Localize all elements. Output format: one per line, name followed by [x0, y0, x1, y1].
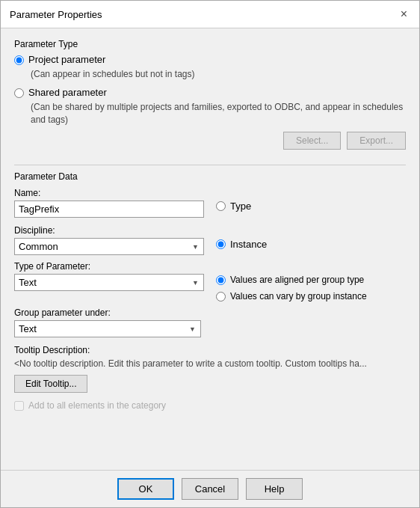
- dialog-footer: OK Cancel Help: [1, 470, 419, 507]
- shared-parameter-radio[interactable]: [14, 88, 24, 98]
- project-parameter-radio-label[interactable]: Project parameter: [28, 54, 105, 65]
- title-bar: Parameter Properties ×: [1, 1, 419, 28]
- add-to-elements-row: Add to all elements in the category: [14, 400, 406, 411]
- group-parameter-select-wrapper: Text Construction Data Dimensions Electr…: [14, 320, 201, 337]
- type-radio-label[interactable]: Type: [230, 201, 251, 212]
- tooltip-label: Tooltip Description:: [14, 345, 406, 355]
- parameter-type-section: Parameter Type Project parameter (Can ap…: [14, 39, 406, 159]
- values-vary-label[interactable]: Values can vary by group instance: [230, 291, 367, 302]
- parameter-properties-dialog: Parameter Properties × Parameter Type Pr…: [0, 0, 420, 508]
- type-values-row: Type of Parameter: Text Integer Number L…: [14, 261, 406, 302]
- tooltip-section: Tooltip Description: <No tooltip descrip…: [14, 345, 406, 393]
- discipline-select-wrapper: Common Structure HVAC Electrical Piping …: [14, 238, 204, 255]
- instance-radio-label[interactable]: Instance: [230, 239, 267, 250]
- type-of-parameter-group: Type of Parameter: Text Integer Number L…: [14, 261, 204, 291]
- discipline-select[interactable]: Common Structure HVAC Electrical Piping …: [14, 238, 204, 255]
- group-parameter-select[interactable]: Text Construction Data Dimensions Electr…: [14, 320, 201, 337]
- shared-parameter-row: Shared parameter: [14, 87, 406, 98]
- values-vary-radio[interactable]: [216, 292, 226, 302]
- shared-parameter-radio-label[interactable]: Shared parameter: [28, 87, 107, 98]
- tooltip-text: <No tooltip description. Edit this param…: [14, 358, 406, 369]
- select-export-row: Select... Export...: [14, 132, 406, 150]
- parameter-type-label: Parameter Type: [14, 39, 406, 49]
- parameter-data-label: Parameter Data: [14, 171, 406, 182]
- shared-parameter-sublabel: (Can be shared by multiple projects and …: [31, 101, 406, 126]
- values-aligned-label[interactable]: Values are aligned per group type: [230, 275, 364, 285]
- name-input[interactable]: [14, 201, 204, 218]
- close-button[interactable]: ×: [398, 7, 410, 22]
- group-parameter-label: Group parameter under:: [14, 307, 201, 318]
- instance-radio[interactable]: [216, 239, 226, 249]
- edit-tooltip-button[interactable]: Edit Tooltip...: [14, 375, 87, 393]
- ok-button[interactable]: OK: [117, 478, 174, 500]
- type-radio-row: Type: [216, 201, 406, 212]
- name-field-group: Name: Type: [14, 188, 406, 218]
- type-of-parameter-select[interactable]: Text Integer Number Length Area Volume A…: [14, 274, 204, 291]
- discipline-label: Discipline:: [14, 225, 204, 236]
- values-aligned-row: Values are aligned per group type: [216, 275, 406, 285]
- add-to-elements-label: Add to all elements in the category: [28, 400, 166, 411]
- cancel-button[interactable]: Cancel: [182, 478, 238, 500]
- discipline-field-group: Discipline: Common Structure HVAC Electr…: [14, 225, 204, 255]
- name-field-label: Name:: [14, 188, 406, 198]
- dialog-body: Parameter Type Project parameter (Can ap…: [1, 28, 419, 470]
- name-row: Type: [14, 201, 406, 218]
- parameter-data-section: Parameter Data Name: Type Discipline:: [14, 171, 406, 459]
- add-to-elements-checkbox: [14, 401, 24, 411]
- export-button[interactable]: Export...: [347, 132, 406, 150]
- values-radios: Values are aligned per group type Values…: [216, 261, 406, 302]
- select-button[interactable]: Select...: [283, 132, 341, 150]
- instance-radio-row: Instance: [216, 225, 406, 250]
- project-parameter-sublabel: (Can appear in schedules but not in tags…: [31, 68, 406, 81]
- type-of-parameter-label: Type of Parameter:: [14, 261, 204, 272]
- project-parameter-radio[interactable]: [14, 55, 24, 65]
- help-button[interactable]: Help: [246, 478, 303, 500]
- project-parameter-row: Project parameter: [14, 54, 406, 65]
- discipline-instance-row: Discipline: Common Structure HVAC Electr…: [14, 225, 406, 255]
- values-vary-row: Values can vary by group instance: [216, 291, 406, 302]
- type-radio[interactable]: [216, 201, 226, 211]
- type-of-parameter-select-wrapper: Text Integer Number Length Area Volume A…: [14, 274, 204, 291]
- values-aligned-radio[interactable]: [216, 275, 226, 285]
- dialog-title: Parameter Properties: [10, 9, 102, 20]
- group-parameter-group: Group parameter under: Text Construction…: [14, 307, 201, 337]
- section-divider: [14, 165, 406, 165]
